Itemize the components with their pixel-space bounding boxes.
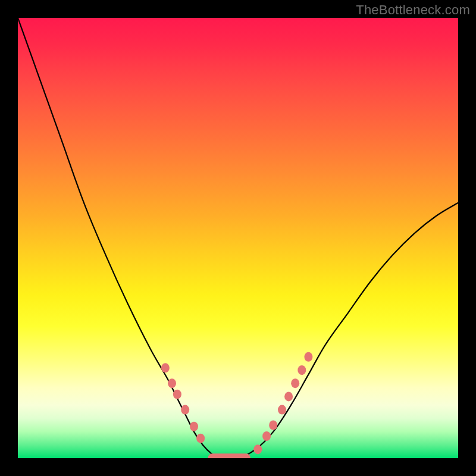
chart-frame: TheBottleneck.com <box>0 0 476 476</box>
marker-right-2 <box>269 421 277 430</box>
marker-right-3 <box>278 405 286 415</box>
marker-left-0 <box>161 363 170 372</box>
curve-markers <box>161 352 313 458</box>
marker-left-5 <box>196 434 205 443</box>
marker-left-3 <box>181 405 189 415</box>
marker-left-1 <box>168 378 176 388</box>
watermark-text: TheBottleneck.com <box>356 2 470 18</box>
bottleneck-curve-svg <box>18 18 458 458</box>
marker-right-7 <box>304 352 312 362</box>
plot-area <box>18 18 458 458</box>
marker-right-4 <box>284 392 293 401</box>
marker-left-4 <box>190 422 198 431</box>
marker-right-5 <box>291 378 299 388</box>
marker-valley-strip <box>208 453 250 458</box>
marker-right-1 <box>262 431 271 441</box>
marker-right-6 <box>298 365 306 375</box>
bottleneck-curve <box>18 18 458 458</box>
marker-left-2 <box>173 390 181 399</box>
marker-right-0 <box>253 444 262 454</box>
